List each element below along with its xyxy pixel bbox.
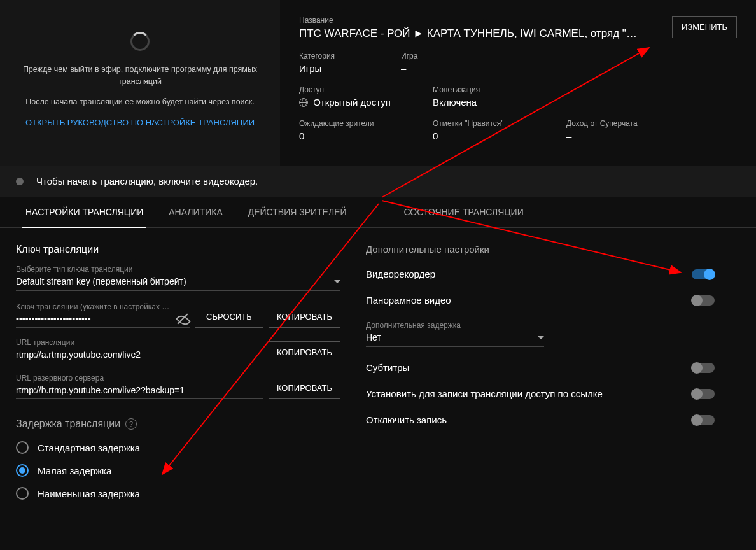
preview-panel: Прежде чем выйти в эфир, подключите прог… <box>0 0 280 166</box>
stream-key-field[interactable]: •••••••••••••••••••••••• <box>16 314 176 324</box>
latency-section-title: Задержка трансляции ? <box>16 418 340 430</box>
access-value: Открытый доступ <box>299 97 407 108</box>
superchat-label: Доход от Суперчата <box>566 119 643 128</box>
dvr-label: Видеорекордер <box>366 269 435 279</box>
radio-checked-icon <box>16 464 29 477</box>
tab-analytics[interactable]: АНАЛИТИКА <box>156 197 235 227</box>
title-label: Название <box>299 16 659 25</box>
backup-url-label: URL резервного сервера <box>16 374 263 383</box>
stream-title: ПТС WARFACE - РОЙ ► КАРТА ТУННЕЛЬ, IWI C… <box>299 27 659 40</box>
preview-instruction-1: Прежде чем выйти в эфир, подключите прог… <box>13 64 267 88</box>
key-type-value: Default stream key (переменный битрейт) <box>16 276 186 286</box>
reset-key-button[interactable]: СБРОСИТЬ <box>195 306 263 328</box>
open-guide-link[interactable]: ОТКРЫТЬ РУКОВОДСТВО ПО НАСТРОЙКЕ ТРАНСЛЯ… <box>13 118 267 127</box>
dvr-toggle[interactable] <box>692 269 715 279</box>
copy-url-button[interactable]: КОПИРОВАТЬ <box>269 341 340 363</box>
chevron-down-icon <box>334 280 340 283</box>
backup-url-field[interactable]: rtmp://b.rtmp.youtube.com/live2?backup=1 <box>16 385 263 395</box>
panoramic-toggle[interactable] <box>692 295 715 306</box>
status-bar: Чтобы начать трансляцию, включите видеок… <box>0 166 756 197</box>
visibility-off-icon[interactable] <box>176 314 190 324</box>
access-label: Доступ <box>299 85 407 94</box>
stream-url-label: URL трансляции <box>16 338 263 347</box>
loading-spinner-icon <box>130 32 150 51</box>
chevron-down-icon <box>538 336 544 339</box>
disable-recording-toggle[interactable] <box>692 415 715 425</box>
panoramic-label: Панорамное видео <box>366 295 451 306</box>
latency-ultra-label: Наименьшая задержка <box>38 488 140 499</box>
latency-low-label: Малая задержка <box>38 465 111 476</box>
status-text: Чтобы начать трансляцию, включите видеок… <box>36 176 258 187</box>
category-label: Категория <box>299 52 375 60</box>
latency-standard-label: Стандартная задержка <box>38 442 140 453</box>
key-type-select[interactable]: Default stream key (переменный битрейт) <box>16 276 340 291</box>
latency-low-radio[interactable]: Малая задержка <box>16 464 340 477</box>
help-icon[interactable]: ? <box>125 418 137 430</box>
tab-stream-state[interactable]: СОСТОЯНИЕ ТРАНСЛЯЦИИ <box>391 197 536 227</box>
extra-delay-value: Нет <box>366 332 381 342</box>
stream-url-field[interactable]: rtmp://a.rtmp.youtube.com/live2 <box>16 349 263 360</box>
tab-viewer-actions[interactable]: ДЕЙСТВИЯ ЗРИТЕЛЕЙ <box>235 197 360 227</box>
disable-recording-label: Отключить запись <box>366 414 447 425</box>
waiting-viewers-label: Ожидающие зрители <box>299 119 407 128</box>
copy-backup-button[interactable]: КОПИРОВАТЬ <box>269 377 340 399</box>
access-value-text: Открытый доступ <box>313 97 391 108</box>
tabs-bar: НАСТРОЙКИ ТРАНСЛЯЦИИ АНАЛИТИКА ДЕЙСТВИЯ … <box>0 197 756 228</box>
waiting-viewers-value: 0 <box>299 130 407 141</box>
subtitles-label: Субтитры <box>366 362 409 373</box>
monetization-label: Монетизация <box>433 85 509 94</box>
unlisted-recording-toggle[interactable] <box>692 389 715 399</box>
tab-stream-settings[interactable]: НАСТРОЙКИ ТРАНСЛЯЦИИ <box>13 197 156 227</box>
latency-ultra-radio[interactable]: Наименьшая задержка <box>16 487 340 500</box>
game-label: Игра <box>401 52 477 60</box>
status-indicator-icon <box>16 178 24 185</box>
likes-value: 0 <box>433 130 541 141</box>
superchat-value: – <box>566 130 643 141</box>
stream-key-section-title: Ключ трансляции <box>16 244 340 255</box>
additional-settings-title: Дополнительные настройки <box>366 244 715 255</box>
edit-button[interactable]: ИЗМЕНИТЬ <box>672 16 737 38</box>
radio-icon <box>16 487 29 500</box>
key-type-label: Выберите тип ключа трансляции <box>16 265 340 274</box>
preview-instruction-2: После начала трансляции ее можно будет н… <box>13 96 267 108</box>
stream-key-label: Ключ трансляции (укажите в настройках … <box>16 302 190 311</box>
radio-icon <box>16 441 29 454</box>
stream-info-panel: Название ПТС WARFACE - РОЙ ► КАРТА ТУННЕ… <box>280 0 756 166</box>
globe-icon <box>299 98 308 107</box>
monetization-value: Включена <box>433 97 509 108</box>
game-value: – <box>401 63 477 74</box>
subtitles-toggle[interactable] <box>692 363 715 373</box>
category-value: Игры <box>299 63 375 74</box>
copy-key-button[interactable]: КОПИРОВАТЬ <box>269 306 340 328</box>
extra-delay-label: Дополнительная задержка <box>366 321 715 330</box>
unlisted-recording-label: Установить для записи трансляции доступ … <box>366 388 603 399</box>
latency-title-text: Задержка трансляции <box>16 418 120 430</box>
likes-label: Отметки "Нравится" <box>433 119 541 128</box>
extra-delay-select[interactable]: Нет <box>366 332 544 347</box>
latency-standard-radio[interactable]: Стандартная задержка <box>16 441 340 454</box>
